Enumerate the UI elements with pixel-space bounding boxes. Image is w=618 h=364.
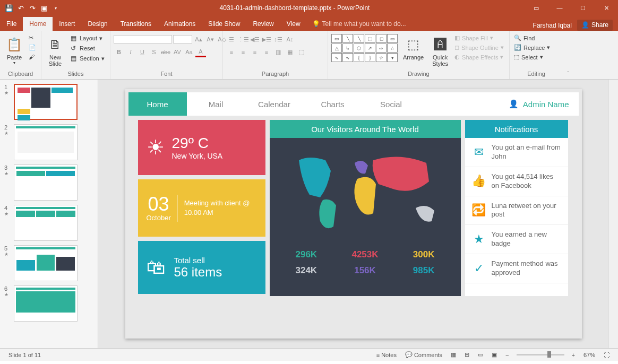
replace-button[interactable]: 🔄 Replace ▾ bbox=[513, 44, 551, 51]
find-button[interactable]: 🔍 Find bbox=[513, 34, 551, 42]
zoom-out-icon[interactable]: − bbox=[501, 352, 513, 358]
slide-thumbnail-2[interactable] bbox=[14, 124, 78, 160]
tab-view[interactable]: View bbox=[280, 17, 307, 31]
zoom-slider[interactable] bbox=[517, 354, 564, 356]
shrink-font-icon[interactable]: A▾ bbox=[205, 34, 216, 45]
notification-item[interactable]: ✓Payment method was approved bbox=[465, 254, 568, 283]
justify-icon[interactable]: ≡ bbox=[261, 47, 272, 57]
paste-button[interactable]: 📋Paste▾ bbox=[3, 34, 25, 66]
increase-indent-icon[interactable]: ▶☰ bbox=[261, 34, 272, 45]
numbering-button[interactable]: ⋮☰ bbox=[238, 34, 248, 45]
grow-font-icon[interactable]: A▴ bbox=[193, 34, 204, 45]
align-center-icon[interactable]: ≡ bbox=[238, 47, 248, 57]
arrange-button[interactable]: ⬚Arrange bbox=[400, 34, 427, 62]
redo-icon[interactable]: ↷ bbox=[28, 3, 37, 13]
notification-item[interactable]: ✉You got an e-mail from John bbox=[465, 138, 568, 167]
slide-thumbnail-4[interactable] bbox=[14, 205, 78, 241]
ribbon-display-icon[interactable]: ▭ bbox=[525, 0, 548, 16]
decrease-indent-icon[interactable]: ◀☰ bbox=[250, 34, 260, 45]
align-left-icon[interactable]: ≡ bbox=[226, 47, 237, 57]
slide-thumbnail-1[interactable] bbox=[14, 84, 78, 120]
notification-item[interactable]: 🔁Luna retweet on your post bbox=[465, 196, 568, 226]
reset-button[interactable]: ↺Reset bbox=[68, 44, 106, 53]
copy-button[interactable]: 📄 bbox=[28, 44, 37, 51]
tab-insert[interactable]: Insert bbox=[53, 17, 81, 31]
notification-item[interactable]: 👍You got 44,514 likes on Facebook bbox=[465, 167, 568, 196]
tab-file[interactable]: File bbox=[0, 17, 23, 31]
tab-animations[interactable]: Animations bbox=[158, 17, 202, 31]
collapse-ribbon-icon[interactable]: ˆ bbox=[563, 31, 573, 79]
nav-user[interactable]: 👤Admin Name bbox=[509, 92, 579, 116]
save-icon[interactable]: 💾 bbox=[4, 3, 14, 13]
start-from-beginning-icon[interactable]: ▣ bbox=[39, 3, 49, 13]
minimize-button[interactable]: — bbox=[548, 0, 571, 16]
undo-icon[interactable]: ↶ bbox=[16, 3, 25, 13]
shape-outline-button[interactable]: ◻ Shape Outline ▾ bbox=[453, 44, 505, 51]
normal-view-icon[interactable]: ▦ bbox=[447, 351, 460, 358]
case-button[interactable]: Aa bbox=[184, 47, 194, 57]
close-button[interactable]: ✕ bbox=[595, 0, 618, 16]
weather-card[interactable]: ☀ 29º CNew York, USA bbox=[138, 120, 265, 175]
shape-item[interactable]: ▭ bbox=[331, 34, 342, 43]
columns-icon[interactable]: ▥ bbox=[273, 47, 284, 57]
tab-transitions[interactable]: Transitions bbox=[114, 17, 158, 31]
slide-thumbnail-5[interactable] bbox=[14, 245, 78, 281]
zoom-in-icon[interactable]: + bbox=[568, 352, 579, 358]
smartart-icon[interactable]: ⬚ bbox=[296, 47, 307, 57]
slide-canvas[interactable]: Home Mail Calendar Charts Social 👤Admin … bbox=[98, 80, 608, 348]
font-color-button[interactable]: A bbox=[195, 47, 206, 57]
vertical-scrollbar[interactable] bbox=[608, 80, 618, 348]
shape-effects-button[interactable]: ◐ Shape Effects ▾ bbox=[453, 53, 505, 61]
slide-thumbnail-6[interactable] bbox=[14, 285, 78, 322]
notifications-card[interactable]: Notifications ✉You got an e-mail from Jo… bbox=[465, 120, 568, 296]
sorter-view-icon[interactable]: ⊞ bbox=[460, 351, 474, 358]
tab-slideshow[interactable]: Slide Show bbox=[202, 17, 246, 31]
shapes-gallery[interactable]: ▭╲╲⬚◻▭ △↳⬡↗⇨☆ ∿∿{}☆▾ bbox=[331, 34, 398, 62]
qat-dropdown-icon[interactable]: ▾ bbox=[51, 3, 61, 13]
quick-styles-button[interactable]: 🅰Quick Styles bbox=[429, 34, 451, 68]
align-text-icon[interactable]: ▦ bbox=[285, 47, 295, 57]
nav-tab-social[interactable]: Social bbox=[362, 92, 420, 116]
slide-content[interactable]: Home Mail Calendar Charts Social 👤Admin … bbox=[125, 89, 582, 339]
line-spacing-icon[interactable]: ↕☰ bbox=[273, 34, 284, 45]
slide-counter[interactable]: Slide 1 of 11 bbox=[4, 352, 45, 358]
share-button[interactable]: 👤 Share bbox=[577, 20, 613, 31]
zoom-level[interactable]: 67% bbox=[579, 352, 599, 358]
tab-home[interactable]: Home bbox=[23, 17, 53, 31]
tab-review[interactable]: Review bbox=[246, 17, 280, 31]
font-name-combo[interactable] bbox=[114, 35, 172, 44]
align-right-icon[interactable]: ≡ bbox=[250, 47, 260, 57]
user-name[interactable]: Farshad Iqbal bbox=[533, 22, 572, 29]
underline-button[interactable]: U bbox=[137, 47, 148, 57]
format-painter-button[interactable]: 🖌 bbox=[28, 53, 37, 60]
notes-button[interactable]: ≡ Notes bbox=[372, 352, 401, 358]
nav-tab-calendar[interactable]: Calendar bbox=[245, 92, 304, 116]
select-button[interactable]: ⬚ Select ▾ bbox=[513, 53, 551, 61]
section-button[interactable]: ▤Section ▾ bbox=[68, 54, 106, 63]
text-direction-icon[interactable]: A↕ bbox=[285, 34, 295, 45]
bullets-button[interactable]: ☰ bbox=[226, 34, 237, 45]
tellme-search[interactable]: 💡 Tell me what you want to do... bbox=[307, 17, 411, 31]
spacing-button[interactable]: AV bbox=[172, 47, 183, 57]
comments-button[interactable]: 💬 Comments bbox=[401, 351, 447, 358]
shape-fill-button[interactable]: ◧ Shape Fill ▾ bbox=[453, 34, 505, 42]
layout-button[interactable]: ▦Layout ▾ bbox=[68, 34, 106, 42]
visitors-map-card[interactable]: Our Visitors Around The World 296K4253K3… bbox=[270, 120, 461, 296]
slideshow-view-icon[interactable]: ▣ bbox=[487, 351, 501, 358]
sales-card[interactable]: 🛍 Total sell56 items bbox=[138, 241, 265, 294]
tab-design[interactable]: Design bbox=[81, 17, 114, 31]
notification-item[interactable]: ★You earned a new badge bbox=[465, 225, 568, 254]
nav-tab-mail[interactable]: Mail bbox=[187, 92, 245, 116]
nav-tab-home[interactable]: Home bbox=[128, 92, 187, 116]
new-slide-button[interactable]: 🗎New Slide bbox=[45, 34, 66, 68]
shadow-button[interactable]: S bbox=[149, 47, 159, 57]
italic-button[interactable]: I bbox=[125, 47, 136, 57]
strike-button[interactable]: abc bbox=[160, 47, 171, 57]
nav-tab-charts[interactable]: Charts bbox=[304, 92, 362, 116]
fit-to-window-icon[interactable]: ⛶ bbox=[599, 352, 614, 358]
reading-view-icon[interactable]: ▭ bbox=[474, 351, 487, 358]
meeting-card[interactable]: 03October Meeting with client @ 10.00 AM bbox=[138, 179, 265, 237]
bold-button[interactable]: B bbox=[114, 47, 124, 57]
slide-thumbnail-3[interactable] bbox=[14, 164, 78, 201]
font-size-combo[interactable] bbox=[173, 35, 192, 44]
